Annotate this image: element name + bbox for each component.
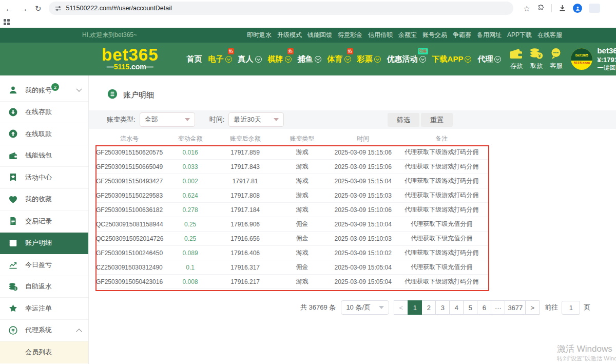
logo-dash: — [107,63,114,71]
welcome-link[interactable]: 即时返水 [247,31,272,40]
sidebar-item-活动中心[interactable]: 活动中心 [0,167,88,189]
存款-action[interactable]: 存款 [509,48,523,70]
account-badge-logo[interactable]: bet365 5115.com [571,48,592,70]
profit-icon [8,260,18,270]
table-cell: 代理获取下级游戏打码分佣 [394,191,489,200]
site-settings-icon[interactable] [55,5,62,12]
page-button-5[interactable]: 5 [463,300,477,315]
welcome-link[interactable]: 余额宝 [398,31,417,40]
table-cell: 游戏 [273,248,332,257]
goto-page-input[interactable] [562,301,580,315]
客服-action[interactable]: 客服 [549,48,563,70]
nav-item-电子[interactable]: 电子热 [208,54,232,64]
page-button-1[interactable]: 1 [408,300,422,315]
nav-item-棋牌[interactable]: 棋牌热 [268,54,292,64]
apps-grid-icon[interactable] [4,19,10,25]
nav-item-代理[interactable]: 代理 [477,54,501,64]
sidebar-item-label: 钱能钱包 [25,151,52,160]
sidebar-item-在线存款[interactable]: 在线存款 [0,102,88,124]
site-header: bet365 —5115.com— 首页电子热真人棋牌热捕鱼体育热彩票优惠活动劲… [0,43,616,75]
nav-item-真人[interactable]: 真人 [238,54,262,64]
table-row: CZ250309150303124900.117916.317佣金2025-03… [96,260,489,275]
logo-number: 5115 [114,63,129,71]
browser-menu-icon[interactable] [589,4,600,13]
sidebar-item-钱能钱包[interactable]: 钱能钱包 [0,145,88,167]
nav-item-label: 棋牌 [268,54,283,64]
welcome-bar: HI,欢迎来到bet365~ 即时返水升级模式钱能回馈得意彩金信用借呗余额宝账号… [0,28,616,43]
deposit-wallet-icon [509,48,523,61]
table-cell: QC25030915052014726 [96,235,163,242]
table-cell: 游戏 [273,148,332,157]
nav-item-下载APP[interactable]: 下载APP [432,54,472,64]
nav-item-优惠活动[interactable]: 优惠活动劲爆 [387,54,426,64]
prev-page-button[interactable]: < [394,300,408,315]
welcome-link[interactable]: 争霸赛 [453,31,471,40]
sidebar-item-幸运注单[interactable]: 幸运注单 [0,298,88,320]
welcome-link[interactable]: APP下载 [507,31,532,40]
nav-item-体育[interactable]: 体育热 [328,54,351,64]
table-row: GF250309150504230160.00817916.217游戏2025-… [96,275,489,289]
sidebar-item-账户明细[interactable]: 账户明细 [0,233,88,255]
withdraw-coins-icon: ¥ [529,48,543,61]
profile-avatar-icon[interactable] [573,4,582,13]
sidebar-item-我的账号[interactable]: 我的账号2 [0,80,88,102]
goto-label: 前往 [545,303,558,312]
sidebar-item-今日盈亏[interactable]: 今日盈亏 [0,254,88,276]
one-key-return-button[interactable]: 一键回归 [597,64,616,72]
sidebar-item-自助返水[interactable]: $自助返水 [0,276,88,298]
extensions-icon[interactable] [537,4,545,13]
page-button-6[interactable]: 6 [477,300,491,315]
table-cell: 2025-03-09 15:10:04 [332,221,394,228]
nav-item-首页[interactable]: 首页 [187,54,202,64]
time-filter-select[interactable]: 最近30天 [228,112,284,127]
reset-button[interactable]: 重置 [421,113,453,127]
chevron-down-icon [419,56,426,63]
table-cell: 代理获取下级充值分佣 [394,234,489,243]
back-icon[interactable]: ← [5,5,13,12]
welcome-link[interactable]: 得意彩金 [338,31,362,40]
page-size-select[interactable]: 10 条/页 [341,300,389,315]
page-button-3677[interactable]: 3677 [505,300,526,315]
table-cell: GF25030915150493427 [96,178,163,185]
more-pages-icon[interactable]: ··· [491,300,505,315]
bookmark-star-icon[interactable]: ☆ [524,5,530,12]
page-title: 账户明细 [107,89,616,101]
sidebar-item-会员列表[interactable]: 会员列表 [0,341,88,363]
sidebar-item-label: 我的收藏 [25,195,52,204]
account-info: bet36580 ¥:17917.859 一键回归 [597,46,616,72]
welcome-link[interactable]: 账号交易 [422,31,447,40]
table-cell: CZ25030915030312490 [96,264,163,271]
sidebar-item-代理系统[interactable]: 代理系统 [0,320,88,342]
next-page-button[interactable]: > [525,300,540,315]
welcome-link[interactable]: 升级模式 [277,31,302,40]
reload-icon[interactable]: ↻ [35,5,42,12]
header-actions: 存款¥取款客服 [509,48,563,70]
records-icon [8,216,18,226]
welcome-link[interactable]: 信用借呗 [368,31,393,40]
download-icon[interactable] [559,4,566,13]
sidebar-item-label: 账户明细 [25,238,52,247]
url-text: 511500222.com/#/user/accountDetail [66,5,172,12]
nav-item-捕鱼[interactable]: 捕鱼 [298,54,321,64]
site-logo[interactable]: bet365 —5115.com— [102,47,159,71]
welcome-link[interactable]: 备用网址 [477,31,502,40]
column-header: 账变类型 [273,135,332,143]
type-filter-select[interactable]: 全部 [140,112,195,127]
welcome-link[interactable]: 在线客服 [537,31,562,40]
welcome-link[interactable]: 钱能回馈 [307,31,332,40]
filter-button[interactable]: 筛选 [388,113,419,127]
page-button-2[interactable]: 2 [421,300,436,315]
page-button-4[interactable]: 4 [449,300,464,315]
sidebar-item-我的收藏[interactable]: 我的收藏 [0,189,88,211]
url-bar[interactable]: 511500222.com/#/user/accountDetail [49,2,513,15]
取款-action[interactable]: ¥取款 [529,48,543,70]
page-button-3[interactable]: 3 [435,300,450,315]
table-cell: 0.25 [163,235,218,242]
browser-toolbar: ← → ↻ 511500222.com/#/user/accountDetail… [0,0,616,16]
main-content: 账户明细 账变类型: 全部 时间: 最近30天 筛选 重置 流水号变动金额账变后… [89,75,616,364]
sidebar-item-交易记录[interactable]: 交易记录 [0,210,88,233]
table-cell: 游戏 [273,205,332,214]
nav-item-彩票[interactable]: 彩票 [357,54,381,64]
forward-icon[interactable]: → [20,5,28,12]
sidebar-item-在线取款[interactable]: 在线取款 [0,123,88,145]
